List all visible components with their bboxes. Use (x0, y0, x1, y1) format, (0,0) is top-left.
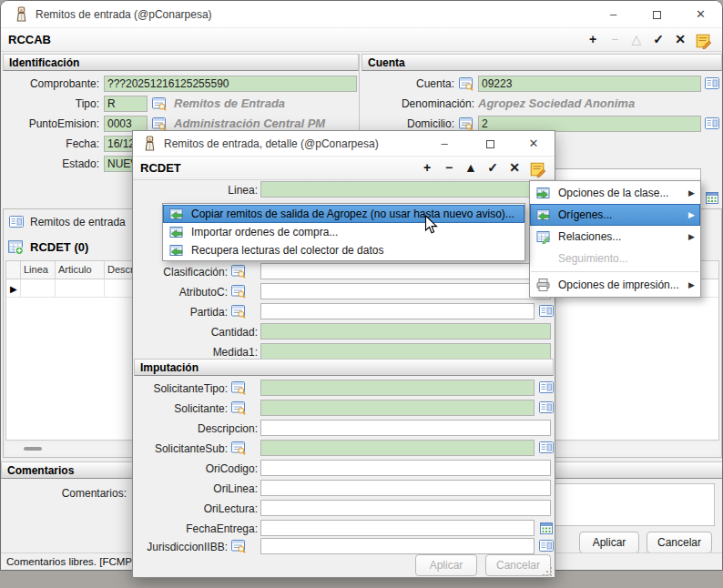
dialog-cancelar-button[interactable]: Cancelar (485, 554, 551, 576)
cuenta-lookup-icon[interactable] (459, 76, 474, 91)
orilectura-field[interactable] (260, 500, 551, 516)
grid-column-header-articulo[interactable]: Articulo (56, 261, 105, 279)
submenu-arrow-icon: ▶ (688, 210, 695, 219)
dialog-maximize-button[interactable] (472, 131, 508, 157)
solicitante-lookup-icon[interactable] (231, 400, 246, 419)
jurisdiccioniibb-label: JurisdiccionIIBB: (138, 540, 228, 554)
field-row-atributoc: AtributoC: (133, 283, 556, 301)
jurisdiccioniibb-lookup-icon[interactable] (231, 539, 246, 557)
maximize-button[interactable] (636, 1, 677, 28)
tipo-label: Tipo: (1, 96, 99, 111)
solicitantetipo-label: SolicitanteTipo: (138, 381, 228, 396)
cantidad-label: Cantidad: (138, 325, 258, 340)
grid-add-icon[interactable] (7, 238, 24, 255)
partida-detail-icon[interactable] (539, 304, 554, 322)
dialog-resize-grip[interactable] (543, 565, 554, 576)
toolbar-confirm-button[interactable]: ✓ (484, 158, 502, 177)
partida-lookup-icon[interactable] (231, 304, 246, 322)
solicitantetipo-detail-icon[interactable] (539, 380, 554, 399)
grid-cell[interactable] (21, 279, 56, 297)
printer-icon (535, 278, 551, 292)
menu-item-or-genes[interactable]: Orígenes...▶ (530, 204, 700, 226)
partida-field[interactable] (260, 303, 535, 319)
toolbar-add-button[interactable]: + (418, 158, 436, 177)
solicitante-detail-icon[interactable] (539, 400, 554, 419)
fecha-remito-calendar-icon[interactable] (705, 190, 719, 205)
fechaentrega-calendar-icon[interactable] (539, 521, 554, 539)
denominacion-label: Denominación: (356, 96, 474, 111)
tipo-field[interactable]: R (104, 96, 148, 112)
toolbar-remove-button[interactable]: − (440, 158, 458, 177)
tab-remitos-de-entrada[interactable]: Remitos de entrada (9, 215, 126, 229)
table-import-icon (168, 225, 184, 239)
toolbar-notes-button[interactable] (693, 30, 711, 48)
menu-item-seguimiento[interactable]: Seguimiento... (530, 248, 700, 269)
solicitantesub-lookup-icon[interactable] (231, 441, 246, 459)
tipo-lookup-icon[interactable] (152, 96, 167, 111)
menu-item-label: Opciones de la clase... (558, 187, 668, 199)
menu-item-copiar-remitos-de-salida-de-agropez-no-usar-hasta-nuevo-aviso[interactable]: Copiar remitos de salida de Agropez (no … (163, 205, 524, 223)
field-row-solicitante: Solicitante: (133, 400, 556, 418)
grid-title-rcdet: RCDET (0) (7, 238, 88, 255)
toolbar-notes-button[interactable] (527, 158, 545, 177)
minimize-button[interactable]: – (593, 1, 634, 28)
atributoc-lookup-icon[interactable] (231, 284, 246, 302)
menu-item-opciones-de-impresi-n[interactable]: Opciones de impresión...▶ (530, 274, 700, 296)
toolbar-cancel-button[interactable]: ✕ (505, 158, 524, 177)
menu-item-recupera-lecturas-del-colector-de-datos[interactable]: Recupera lecturas del colector de datos (163, 241, 524, 259)
cuenta-detail-icon[interactable] (705, 76, 719, 91)
cantidad-field[interactable] (260, 323, 551, 340)
close-button[interactable]: ✕ (680, 1, 721, 28)
solicitantetipo-field[interactable] (260, 380, 535, 396)
atributoc-label: AtributoC: (138, 285, 228, 299)
field-row-solicitantetipo: SolicitanteTipo: (133, 380, 556, 398)
menu-item-label: Relaciones... (558, 230, 621, 243)
dialog-aplicar-button[interactable]: Aplicar (415, 554, 477, 576)
cancelar-button[interactable]: Cancelar (647, 532, 712, 553)
menu-icon-placeholder (535, 251, 551, 266)
grid-column-header-linea[interactable]: Linea (21, 261, 56, 279)
toolbar-remove-button[interactable]: − (606, 30, 624, 48)
toolbar-move-up-button[interactable]: △ (627, 30, 646, 48)
atributoc-field[interactable] (260, 283, 551, 299)
grid-cell[interactable] (56, 279, 105, 297)
oricodigo-field[interactable] (260, 460, 551, 476)
domicilio-lookup-icon[interactable] (459, 117, 474, 131)
partida-label: Partida: (138, 305, 228, 319)
solicitantetipo-lookup-icon[interactable] (231, 380, 246, 399)
main-titlebar[interactable]: Remitos de entrada (@pConarpesa) – ✕ (1, 1, 722, 28)
comprobante-field[interactable]: ???20251216125255590 (104, 76, 357, 92)
grid-hscrollbar-thumb[interactable] (24, 447, 42, 451)
aplicar-button[interactable]: Aplicar (579, 532, 639, 553)
grid-row-marker-cell[interactable]: ▶ (6, 279, 21, 297)
orilinea-field[interactable] (260, 480, 551, 496)
detail-dialog: Remitos de entrada, detalle (@pConarpesa… (132, 130, 555, 578)
menu-item-relaciones[interactable]: Relaciones...▶ (530, 226, 700, 248)
linea-field[interactable] (260, 181, 551, 198)
toolbar-move-up-button[interactable]: ▲ (462, 158, 480, 177)
punto-emision-lookup-icon[interactable] (152, 117, 167, 131)
solicitantesub-detail-icon[interactable] (539, 441, 554, 459)
estado-label: Estado: (1, 157, 99, 171)
toolbar-add-button[interactable]: + (584, 30, 602, 48)
field-row-cantidad: Cantidad: (133, 323, 556, 341)
medida1-field[interactable] (260, 343, 551, 360)
cuenta-field[interactable]: 09223 (478, 76, 701, 92)
jurisdiccioniibb-field[interactable] (260, 538, 535, 554)
menu-item-opciones-de-la-clase[interactable]: Opciones de la clase...▶ (530, 182, 700, 204)
dialog-close-button[interactable]: ✕ (515, 131, 552, 157)
table-import-icon (535, 208, 551, 222)
toolbar-cancel-button[interactable]: ✕ (671, 30, 689, 48)
solicitante-field[interactable] (260, 400, 535, 416)
descripcion-field[interactable] (260, 420, 551, 436)
fechaentrega-field[interactable] (260, 520, 535, 536)
tab-label: Remitos de entrada (30, 216, 126, 228)
dialog-titlebar[interactable]: Remitos de entrada, detalle (@pConarpesa… (133, 131, 555, 157)
toolbar-confirm-button[interactable]: ✓ (649, 30, 667, 48)
clasificaci-n-field[interactable] (260, 263, 551, 279)
menu-item-importar-ordenes-de-compra[interactable]: Importar ordenes de compra... (163, 223, 524, 241)
clasificaci-n-lookup-icon[interactable] (231, 264, 246, 282)
domicilio-detail-icon[interactable] (705, 117, 719, 131)
dialog-minimize-button[interactable]: – (426, 131, 463, 157)
solicitantesub-field[interactable] (260, 440, 535, 456)
